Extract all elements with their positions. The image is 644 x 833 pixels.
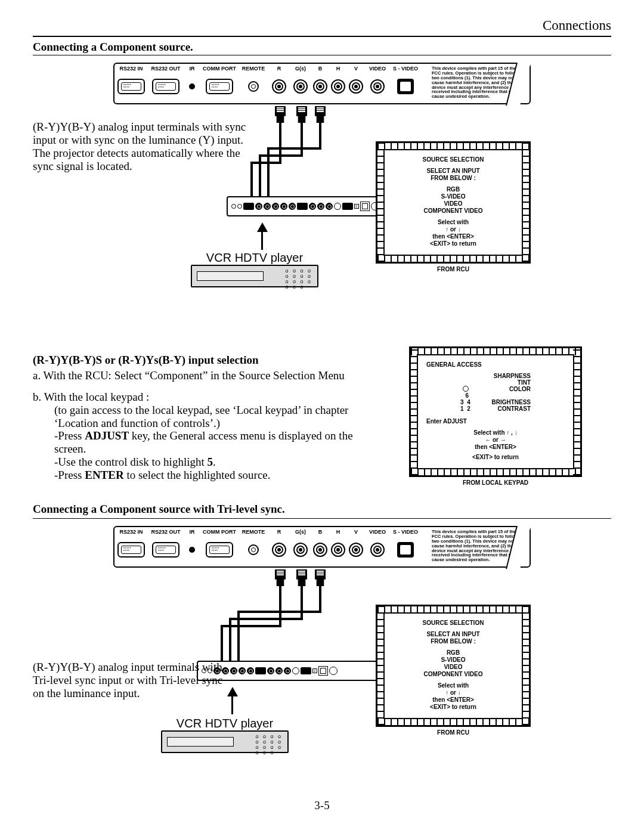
port-remote — [248, 81, 259, 92]
step-b-4: -Press ENTER to select the highlighted s… — [33, 469, 362, 482]
label-video: VIDEO — [365, 66, 390, 72]
cable-plug-b — [314, 106, 327, 123]
port-v — [349, 79, 363, 94]
vcr-label: VCR HDTV player — [206, 251, 303, 265]
cable-plug-g — [295, 106, 308, 123]
port-h — [331, 79, 345, 94]
osd-source-selection: SOURCE SELECTION SELECT AN INPUT FROM BE… — [376, 141, 531, 272]
port-svideo — [397, 79, 414, 94]
vcr-dots: o o o o o o o o o o o o o o o — [285, 268, 311, 290]
divider-top — [33, 36, 611, 37]
port-g — [293, 79, 308, 94]
label-rs232-out: RS232 OUT — [148, 66, 184, 72]
ir-receiver-icon — [189, 83, 195, 89]
port-comm: ••••••••• — [206, 79, 233, 94]
label-remote: REMOTE — [239, 66, 268, 72]
description-3: (R-Y)Y(B-Y) analog input terminals with … — [33, 661, 236, 700]
pp-rs232-out — [342, 203, 353, 210]
projector-back-panel: RS232 IN RS232 OUT IR COMM PORT REMOTE R… — [113, 63, 531, 104]
label-gs: G(s) — [290, 66, 311, 72]
section-2-title: (R-Y)Y(B-Y)S or (R-Y)Ys(B-Y) input selec… — [33, 354, 362, 367]
osd-general-access: GENERAL ACCESS SHARPNESS TINT 6COLOR 3 4… — [409, 346, 582, 486]
pp-passthrough — [297, 203, 308, 210]
vcr-player: VCR HDTV player o o o o o o o o o o o o … — [191, 251, 318, 287]
port-b — [313, 79, 327, 94]
description-1: (R-Y)Y(B-Y) analog input terminals with … — [33, 120, 259, 172]
cable-plug-r — [274, 106, 287, 123]
divider-thin-1 — [33, 55, 611, 55]
osd-ga-caption: FROM LOCAL KEYPAD — [409, 479, 582, 486]
label-rs232-in: RS232 IN — [114, 66, 148, 72]
diagram-2: RS232 IN RS232 OUT IR COMM PORT REMOTE R… — [113, 526, 531, 782]
label-r: R — [268, 66, 290, 72]
section-3-title: Connecting a Component source with Tri-l… — [33, 503, 611, 516]
page-number: 3-5 — [33, 799, 611, 812]
osd-source-selection-2: SOURCE SELECTION SELECT AN INPUT FROM BE… — [376, 605, 531, 736]
projector-back-panel-2: RS232 IN RS232 OUT IR COMM PORT REMOTE R… — [113, 526, 531, 568]
pp-screw-icon — [231, 204, 236, 209]
label-svideo: S - VIDEO — [390, 66, 421, 72]
step-b-intro: b. With the local keypad : — [33, 391, 362, 404]
port-video — [370, 79, 385, 94]
pp-badge: ≡ — [354, 204, 359, 209]
label-h: H — [329, 66, 347, 72]
diagram-1: RS232 IN RS232 OUT IR COMM PORT REMOTE R… — [113, 63, 531, 313]
port-r — [272, 79, 286, 94]
section-1-title: Connecting a Component source. — [33, 41, 611, 54]
label-b: B — [311, 66, 329, 72]
arrow-up-icon — [257, 222, 268, 232]
header-section: Connections — [33, 18, 611, 33]
osd-caption: FROM RCU — [376, 266, 531, 272]
divider-thin-3 — [33, 518, 611, 519]
section-2: (R-Y)Y(B-Y)S or (R-Y)Ys(B-Y) input selec… — [33, 346, 611, 486]
vcr-box-icon: o o o o o o o o o o o o o o o — [191, 265, 318, 287]
step-b-1: (to gain access to the local keypad, see… — [33, 404, 362, 430]
port-rs232-in: ••••••••• — [117, 79, 145, 94]
step-b-3: -Use the control disk to highlight 5. — [33, 456, 362, 469]
label-ir: IR — [184, 66, 200, 72]
step-a: a. With the RCU: Select “Component” in t… — [33, 369, 362, 382]
pp-switch-icon — [360, 202, 370, 211]
port-rs232-out: ••••••••• — [152, 79, 179, 94]
pp-rs232-in — [243, 203, 254, 210]
label-comm-port: COMM PORT — [200, 66, 239, 72]
vcr-player-2: VCR HDTV player o o o o o o o o o o o o … — [161, 717, 289, 753]
label-v: V — [347, 66, 365, 72]
step-b-2: -Press ADJUST key, the General access me… — [33, 429, 362, 456]
